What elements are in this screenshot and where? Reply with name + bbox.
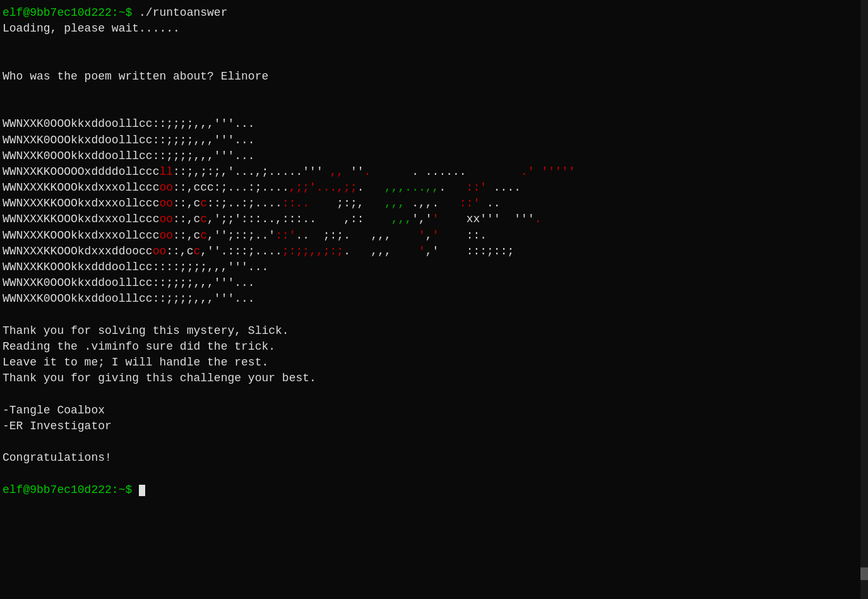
art-line-5: WWNXXXKKOOOkxdxxxollcccoo::,ccc:;...:;..… xyxy=(3,180,865,196)
art-line-7: WWNXXXKKOOOkxdxxxollcccoo::,cc,';;':::..… xyxy=(3,211,865,227)
empty-line-2 xyxy=(3,53,865,69)
art-line-9: WWNXXXKKOOOkdxxxddooccoo::,cc,''.:::;...… xyxy=(3,244,865,259)
signature-2: -ER Investigator xyxy=(3,418,865,434)
thank-you-4: Thank you for giving this challenge your… xyxy=(3,371,865,386)
art-line-10: WWNXXKKOOOkkxdddoollcc::::;;;;,,,'''... xyxy=(3,259,865,275)
thank-you-3: Leave it to me; I will handle the rest. xyxy=(3,355,865,371)
cursor xyxy=(139,485,145,496)
question-line: Who was the poem written about? Elinore xyxy=(3,69,865,85)
scrollbar[interactable] xyxy=(860,0,868,599)
prompt-user: elf@9bb7ec10d222:~$ xyxy=(3,6,132,19)
empty-line-5 xyxy=(3,307,865,323)
art-line-11: WWNXXK0OOOkkxddoolllcc::;;;;,,,'''... xyxy=(3,275,865,291)
congratulations: Congratulations! xyxy=(3,450,865,466)
art-line-2: WWNXXK0OOOkkxddoolllcc::;;;;,,,'''... xyxy=(3,133,865,148)
art-line-6: WWNXXXKKOOOkxdxxxollcccoo::,cc::;..:;...… xyxy=(3,196,865,211)
command-line: elf@9bb7ec10d222:~$ ./runtoanswer xyxy=(3,5,865,21)
empty-line-3 xyxy=(3,85,865,100)
empty-line-7 xyxy=(3,434,865,450)
signature-1: -Tangle Coalbox xyxy=(3,403,865,418)
art-line-8: WWNXXXKOOOkkxdxxxollcccoo::,cc,'';::;..'… xyxy=(3,228,865,244)
thank-you-1: Thank you for solving this mystery, Slic… xyxy=(3,323,865,339)
empty-line-1 xyxy=(3,37,865,52)
thank-you-2: Reading the .viminfo sure did the trick. xyxy=(3,339,865,355)
terminal: elf@9bb7ec10d222:~$ ./runtoanswer Loadin… xyxy=(0,0,868,599)
empty-line-8 xyxy=(3,466,865,482)
art-line-12: WWNXXK0OOOkkxddoolllcc::;;;;,,,'''... xyxy=(3,291,865,307)
final-prompt[interactable]: elf@9bb7ec10d222:~$ xyxy=(3,482,865,498)
art-line-1: WWNXXK0OOOkkxddoolllcc::;;;;,,,'''... xyxy=(3,116,865,132)
art-line-3: WWNXXK0OOOkkxddoolllcc::;;;;,,,'''... xyxy=(3,148,865,164)
loading-line: Loading, please wait...... xyxy=(3,21,865,37)
scrollbar-thumb[interactable] xyxy=(860,567,868,580)
empty-line-6 xyxy=(3,387,865,403)
empty-line-4 xyxy=(3,100,865,116)
art-line-4: WWNXXKKOOOOOxddddollcccll::;,;:;,'...,;.… xyxy=(3,164,865,180)
prompt-user-2: elf@9bb7ec10d222:~$ xyxy=(3,483,132,496)
